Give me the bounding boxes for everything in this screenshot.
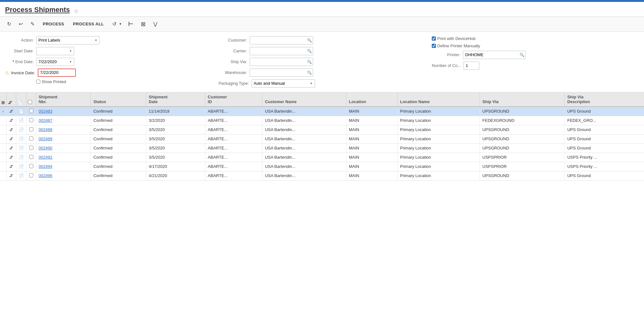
row-customer-id: ABARTE... (205, 125, 262, 134)
fit-columns-button[interactable]: ⊢ (126, 19, 135, 29)
row-shipment-nbr[interactable]: 002494 (36, 162, 91, 171)
row-check-cell[interactable] (26, 153, 36, 162)
carrier-search-icon[interactable]: 🔍 (307, 49, 312, 53)
select-all-checkbox[interactable] (28, 100, 32, 104)
doc-icon: 📄 (19, 164, 24, 169)
row-shipment-nbr[interactable]: 002487 (36, 116, 91, 125)
warehouse-input[interactable] (250, 69, 313, 77)
shipment-link[interactable]: 002492 (39, 155, 52, 160)
row-attach-cell: 🖇 (6, 107, 16, 116)
row-checkbox[interactable] (29, 118, 33, 122)
shipment-link[interactable]: 002488 (39, 127, 52, 132)
shipment-link[interactable]: 002496 (39, 173, 52, 178)
row-checkbox[interactable] (29, 136, 33, 141)
refresh-button[interactable]: ↻ (5, 20, 13, 28)
end-date-row: * End Date: 7/22/2020 (5, 58, 212, 66)
copies-input[interactable] (463, 62, 479, 70)
row-shipment-nbr[interactable]: 002490 (36, 143, 91, 153)
printer-input[interactable] (463, 51, 526, 59)
favorite-icon[interactable]: ☆ (74, 8, 79, 14)
ship-via-input[interactable] (250, 58, 313, 66)
table-row[interactable]: 🖇 📄 002492 Confirmed 3/5/2020 ABARTE... … (0, 153, 644, 162)
table-row[interactable]: 🖇 📄 002489 Confirmed 3/5/2020 ABARTE... … (0, 134, 644, 143)
row-checkbox[interactable] (29, 146, 33, 150)
process-all-button[interactable]: PROCESS ALL (70, 20, 106, 28)
row-shipment-nbr[interactable]: 002483 (36, 107, 91, 116)
doc-icon: 📄 (19, 118, 24, 123)
shipment-link[interactable]: 002483 (39, 109, 52, 114)
row-check-cell[interactable] (26, 171, 36, 180)
row-check-cell[interactable] (26, 125, 36, 134)
row-ship-via-desc: UPS Ground (565, 134, 644, 143)
row-checkbox[interactable] (29, 155, 33, 159)
process-button[interactable]: PROCESS (40, 20, 67, 28)
row-shipment-date: 11/14/2019 (146, 107, 205, 116)
row-check-cell[interactable] (26, 116, 36, 125)
customer-search-icon[interactable]: 🔍 (307, 38, 312, 43)
row-check-cell[interactable] (26, 134, 36, 143)
row-customer-id: ABARTE... (205, 134, 262, 143)
invoice-date-input[interactable] (38, 69, 76, 77)
edit-button[interactable]: ✎ (29, 20, 36, 28)
row-shipment-nbr[interactable]: 002492 (36, 153, 91, 162)
print-devicehub-checkbox[interactable] (432, 36, 436, 41)
row-check-cell[interactable] (26, 143, 36, 153)
row-ship-via-desc: UPS Ground (565, 125, 644, 134)
row-location-name: Primary Location (397, 171, 480, 180)
carrier-input[interactable] (250, 47, 313, 55)
row-shipment-nbr[interactable]: 002489 (36, 134, 91, 143)
table-row[interactable]: › 🖇 📄 002483 Confirmed 11/14/2019 ABARTE… (0, 107, 644, 116)
table-row[interactable]: 🖇 📄 002487 Confirmed 3/2/2020 ABARTE... … (0, 116, 644, 125)
filter-col-left: Action: Print Labels Ship Void Start Dat… (5, 36, 212, 88)
undo-button[interactable]: ↩ (17, 20, 25, 28)
row-shipment-nbr[interactable]: 002496 (36, 171, 91, 180)
print-devicehub-label[interactable]: Print with DeviceHub (432, 36, 476, 41)
row-arrow-cell (0, 116, 6, 125)
define-printer-checkbox[interactable] (432, 44, 436, 48)
filter-button[interactable]: ⋁ (151, 20, 159, 28)
shipment-link[interactable]: 002490 (39, 146, 52, 150)
table-row[interactable]: 🖇 📄 002494 Confirmed 4/17/2020 ABARTE...… (0, 162, 644, 171)
ship-via-label: Ship Via: (219, 59, 247, 64)
customer-input[interactable] (250, 36, 313, 44)
action-select[interactable]: Print Labels Ship Void (36, 36, 100, 44)
table-row[interactable]: 🖇 📄 002496 Confirmed 4/21/2020 ABARTE...… (0, 171, 644, 180)
row-check-cell[interactable] (26, 107, 36, 116)
table-row[interactable]: 🖇 📄 002490 Confirmed 3/5/2020 ABARTE... … (0, 143, 644, 153)
row-checkbox[interactable] (29, 127, 33, 131)
history-button[interactable]: ↺ (110, 20, 118, 28)
shipment-link[interactable]: 002494 (39, 164, 52, 169)
doc-icon: 📄 (19, 109, 24, 114)
row-shipment-nbr[interactable]: 002488 (36, 125, 91, 134)
show-printed-label[interactable]: Show Printed (36, 79, 66, 84)
row-ship-via: UPSGROUND (480, 107, 565, 116)
printer-search-icon[interactable]: 🔍 (520, 53, 524, 57)
ship-via-search-icon[interactable]: 🔍 (307, 60, 312, 64)
filter-col-middle: Customer: 🔍 Carrier: 🔍 Ship Via: 🔍 (219, 36, 426, 88)
row-checkbox[interactable] (29, 164, 33, 168)
shipment-link[interactable]: 002489 (39, 136, 52, 141)
row-checkbox[interactable] (29, 109, 33, 113)
warehouse-search-icon[interactable]: 🔍 (307, 70, 312, 75)
row-location-name: Primary Location (397, 162, 480, 171)
row-checkbox[interactable] (29, 173, 33, 177)
packaging-type-select[interactable]: Auto and Manual Auto Manual (252, 79, 315, 88)
th-status: Status (91, 92, 146, 107)
row-customer-id: ABARTE... (205, 171, 262, 180)
start-date-select[interactable] (36, 47, 74, 55)
doc-icon: 📄 (19, 155, 24, 160)
th-checkbox[interactable] (26, 92, 36, 107)
attach-icon: 🖇 (9, 146, 13, 150)
shipment-link[interactable]: 002487 (39, 118, 52, 123)
show-printed-checkbox[interactable] (36, 80, 40, 84)
row-location: MAIN (346, 116, 397, 125)
table-row[interactable]: 🖇 📄 002488 Confirmed 3/5/2020 ABARTE... … (0, 125, 644, 134)
row-shipment-date: 3/5/2020 (146, 134, 205, 143)
history-dropdown-button[interactable]: ▼ (118, 21, 123, 27)
row-shipment-date: 3/2/2020 (146, 116, 205, 125)
row-check-cell[interactable] (26, 162, 36, 171)
end-date-select[interactable]: 7/22/2020 (36, 58, 74, 66)
packaging-type-select-wrap: Auto and Manual Auto Manual (252, 79, 315, 88)
export-button[interactable]: ⊠ (139, 19, 148, 29)
define-printer-label[interactable]: Define Printer Manually (432, 43, 480, 48)
